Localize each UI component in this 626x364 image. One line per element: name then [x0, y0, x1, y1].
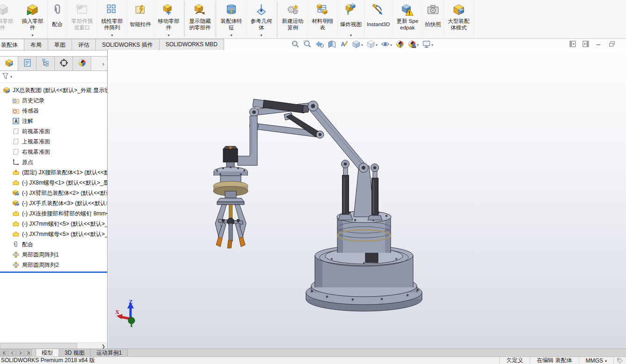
view-settings-dropdown-arrow[interactable]: ▾ — [431, 43, 433, 47]
ribbon-tab-5[interactable]: SOLIDWORKS 插件 — [95, 39, 160, 50]
display-style-button[interactable]: ▾ — [365, 39, 379, 51]
cmd-linear-pattern-button[interactable]: 线性零部件阵列 ▾ — [97, 0, 127, 38]
motion-study-tab-strip: 模型3D 视图运动算例1 — [0, 349, 626, 357]
cmd-button-label: 参考几何体 — [249, 16, 274, 33]
cmd-snapshot-button[interactable]: 拍快照 — [422, 0, 444, 38]
tree-item[interactable]: 局部圆周阵列1 — [0, 250, 107, 260]
tree-item[interactable]: (-) JX7mm螺钉<5> (默认<<默认>_ — [0, 219, 107, 229]
annotation-views-button[interactable]: A — [339, 39, 349, 51]
status-units-label: MMGS — [586, 357, 603, 364]
zoom-area-button[interactable] — [302, 39, 313, 51]
cmd-exploded-view-button[interactable]: 爆炸视图 ▾ — [338, 0, 364, 38]
tree-item[interactable]: 传感器 — [0, 106, 107, 116]
cmd-button-label: 显示隐藏的零部件 — [188, 16, 212, 33]
tree-filter-row[interactable]: ▾ — [0, 71, 107, 83]
tree-item[interactable]: 上视基准面 — [0, 136, 107, 147]
cmd-button-label: 材料明细表 — [310, 16, 335, 33]
tree-item[interactable]: 历史记录 — [0, 95, 107, 106]
cmd-smart-fasteners-button[interactable]: 智能扣件 — [127, 0, 154, 38]
tree-item[interactable]: 配合 — [0, 239, 107, 250]
displaymanager-tab[interactable] — [73, 57, 91, 71]
filter-dropdown-arrow[interactable]: ▾ — [10, 75, 12, 79]
tree-fixed-icon — [12, 169, 20, 176]
tree-item[interactable]: (-) JX连接腰部和臂部的螺钉 8mm<5 — [0, 208, 107, 219]
preview-window-icon — [76, 2, 88, 16]
tab-scroll-prev-button[interactable] — [8, 350, 16, 356]
cmd-assembly-features-button[interactable]: 装配体特征 ▾ — [217, 0, 247, 38]
dimxpertmanager-tab[interactable] — [55, 57, 73, 71]
minimize-window-button[interactable] — [595, 40, 603, 50]
bottom-tab-2[interactable]: 3D 视图 — [59, 349, 91, 357]
show-hidden-icon — [194, 2, 206, 16]
panel-expand-arrow[interactable]: › — [91, 57, 107, 71]
tab-scroll-last-button[interactable] — [24, 350, 32, 356]
edit-appearance-button[interactable] — [394, 39, 405, 51]
collapse-right-pane-button[interactable] — [582, 40, 590, 50]
cmd-bom-button[interactable]: 材料明细表 — [308, 0, 338, 38]
ribbon-tab-4[interactable]: 评估 — [72, 39, 96, 50]
motion-study-icon — [286, 2, 299, 16]
tree-item[interactable]: (-) JX7mm螺母<5> (默认<<默认>_ — [0, 229, 107, 239]
previous-view-button[interactable] — [314, 39, 325, 51]
tree-item[interactable]: 原点 — [0, 157, 107, 167]
hide-show-items-button[interactable]: ▾ — [380, 39, 393, 51]
apply-scene-dropdown-arrow[interactable]: ▾ — [417, 43, 419, 47]
featuremanager-tab[interactable] — [0, 57, 18, 71]
tree-item[interactable]: (固定) JX腰部装配体<1> (默认<<默 — [0, 167, 107, 178]
ribbon-tab-1[interactable]: 装配体 — [0, 39, 24, 50]
display-style-dropdown-arrow[interactable]: ▾ — [376, 43, 378, 47]
tab-scroll-first-button[interactable] — [0, 350, 8, 356]
pt-display-icon — [78, 58, 87, 69]
tree-item[interactable]: (-) JX手爪装配体<3> (默认<<默认> — [0, 198, 107, 208]
cmd-button-label: 大型装配体模式 — [446, 16, 471, 33]
cmd-button-label: 智能扣件 — [130, 16, 151, 33]
view-settings-button[interactable]: ▾ — [421, 39, 434, 51]
status-units-selector[interactable]: MMGS ▴ — [579, 357, 613, 364]
bottom-tab-3[interactable]: 运动算例1 — [91, 349, 128, 357]
cmd-large-assembly-button[interactable]: 大型装配体模式 — [444, 0, 474, 38]
tab-scroll-next-button[interactable] — [16, 350, 24, 356]
cmd-dropdown-arrow[interactable]: ▾ — [31, 33, 33, 38]
propertymanager-tab[interactable] — [18, 57, 36, 71]
3d-model-robot-arm[interactable] — [108, 50, 626, 350]
graphics-viewport[interactable]: Z X — [108, 50, 626, 350]
tree-item[interactable]: 右视基准面 — [0, 147, 107, 157]
rollback-bar[interactable] — [0, 271, 107, 273]
cmd-dropdown-arrow[interactable]: ▾ — [111, 33, 113, 38]
cmd-speedpak-button[interactable]: 更新 Speedpak — [393, 0, 422, 38]
view-orientation-button[interactable]: ▾ — [351, 39, 364, 51]
configurationmanager-tab[interactable] — [36, 57, 55, 71]
tree-item-label: 前视基准面 — [22, 128, 50, 136]
cmd-dropdown-arrow[interactable]: ▾ — [167, 33, 169, 38]
ribbon-tab-6[interactable]: SOLIDWORKS MBD — [159, 39, 224, 50]
collapse-left-pane-button[interactable] — [569, 40, 576, 50]
restore-window-button[interactable] — [608, 40, 616, 50]
cmd-instant3d-button[interactable]: Instant3D — [364, 0, 393, 38]
status-tag-button[interactable] — [613, 357, 626, 364]
tree-item[interactable]: (-) JX臂部总装配体<2> (默认<<默认 — [0, 188, 107, 198]
view-orientation-dropdown-arrow[interactable]: ▾ — [361, 43, 363, 47]
apply-scene-button[interactable]: ▾ — [407, 39, 420, 51]
ribbon-tab-2[interactable]: 布局 — [24, 39, 48, 50]
cmd-button-label: 编辑零部件 — [0, 16, 15, 33]
tree-item[interactable]: (-) JX8m螺母<1> (默认<<默认>_显 — [0, 178, 107, 188]
tree-item[interactable]: A 注解 — [0, 116, 107, 126]
cmd-dropdown-arrow[interactable]: ▾ — [260, 33, 262, 38]
cmd-reference-geometry-button[interactable]: 参考几何体 ▾ — [247, 0, 277, 38]
ribbon-tab-3[interactable]: 草图 — [48, 39, 72, 50]
cmd-move-component-button[interactable]: 移动零部件 ▾ — [154, 0, 184, 38]
cmd-motion-study-button[interactable]: 新建运动算例 — [278, 0, 308, 38]
cmd-show-hidden-button[interactable]: 显示隐藏的零部件 — [185, 0, 215, 38]
cmd-insert-component-button[interactable]: 插入零部件 ▾ — [18, 0, 48, 38]
tree-item[interactable]: JX总装配图 (默认<<默认>_外观 显示状 — [0, 85, 107, 95]
cmd-dropdown-arrow[interactable]: ▾ — [350, 33, 352, 38]
cmd-mate-button[interactable]: 配合 — [48, 0, 67, 38]
hide-show-items-dropdown-arrow[interactable]: ▾ — [390, 43, 392, 47]
tree-item[interactable]: 局部圆周阵列2 — [0, 260, 107, 270]
filter-funnel-icon[interactable] — [2, 72, 9, 82]
tree-item[interactable]: 前视基准面 — [0, 126, 107, 136]
bottom-tab-1[interactable]: 模型 — [36, 349, 59, 357]
section-view-button[interactable] — [327, 39, 337, 51]
cmd-dropdown-arrow[interactable]: ▾ — [230, 33, 232, 38]
zoom-fit-button[interactable] — [290, 39, 301, 51]
